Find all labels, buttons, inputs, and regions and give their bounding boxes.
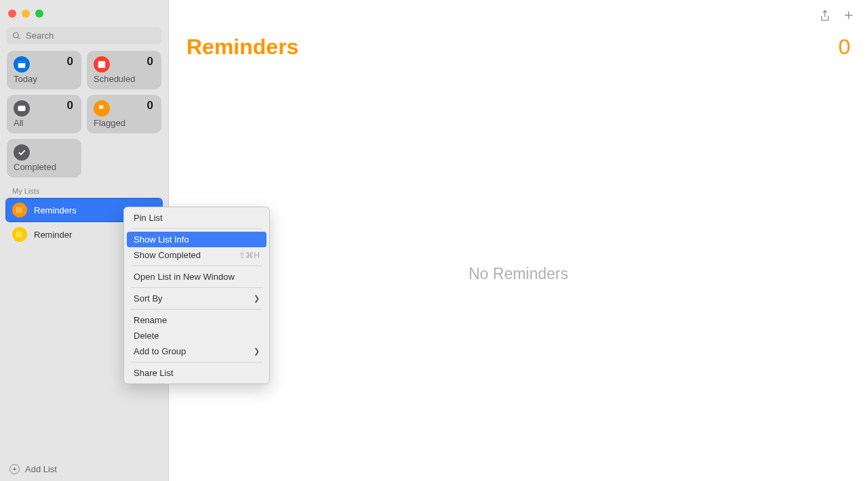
svg-point-10 — [17, 210, 18, 211]
add-list-button[interactable]: + Add List — [0, 457, 168, 481]
list-icon — [12, 203, 27, 217]
empty-text: No Reminders — [469, 265, 568, 283]
search-container — [7, 27, 161, 44]
svg-line-1 — [18, 37, 20, 39]
context-menu: Pin List Show List Info Show Completed ⇧… — [123, 207, 270, 384]
menu-separator — [131, 309, 262, 310]
flagged-count: 0 — [147, 99, 153, 112]
flagged-label: Flagged — [94, 118, 155, 128]
smart-list-scheduled[interactable]: 0 Scheduled — [87, 51, 161, 89]
svg-point-9 — [17, 208, 18, 209]
content-header: Reminders 0 — [169, 22, 868, 66]
search-icon — [12, 31, 21, 40]
menu-share-list[interactable]: Share List — [127, 365, 267, 381]
menu-sort-by[interactable]: Sort By ❯ — [127, 291, 267, 306]
completed-label: Completed — [14, 162, 75, 172]
all-label: All — [14, 118, 75, 128]
plus-circle-icon: + — [9, 464, 20, 474]
smart-list-flagged[interactable]: 0 Flagged — [87, 95, 161, 133]
chevron-right-icon: ❯ — [254, 347, 260, 356]
list-item-label: Reminders — [34, 205, 77, 215]
maximize-button[interactable] — [35, 9, 43, 18]
search-input[interactable] — [7, 27, 161, 44]
smart-list-all[interactable]: 0 All — [7, 95, 81, 133]
main-content: Reminders 0 No Reminders — [169, 0, 868, 481]
today-count: 0 — [67, 55, 73, 68]
smart-list-completed[interactable]: Completed — [7, 139, 81, 177]
menu-delete[interactable]: Delete — [127, 328, 267, 343]
list-icon — [12, 227, 27, 242]
menu-separator — [131, 266, 262, 266]
smart-lists-grid: 0 Today 0 Scheduled 0 All 0 Flagged — [0, 51, 168, 177]
menu-show-completed[interactable]: Show Completed ⇧⌘H — [127, 247, 267, 263]
all-count: 0 — [67, 99, 73, 112]
menu-separator — [131, 362, 262, 362]
add-list-label: Add List — [25, 464, 57, 474]
svg-rect-5 — [18, 106, 25, 111]
page-count: 0 — [838, 35, 850, 60]
menu-show-list-info[interactable]: Show List Info — [127, 232, 267, 247]
scheduled-count: 0 — [147, 55, 153, 68]
menu-shortcut: ⇧⌘H — [239, 251, 260, 260]
menu-pin-list[interactable]: Pin List — [127, 210, 267, 226]
menu-separator — [131, 228, 262, 229]
list-item-label: Reminder — [34, 230, 72, 240]
page-title: Reminders — [186, 35, 298, 60]
minimize-button[interactable] — [22, 9, 30, 18]
share-button[interactable] — [819, 9, 831, 22]
svg-point-11 — [17, 212, 18, 213]
calendar-today-icon — [14, 56, 30, 72]
empty-state: No Reminders — [169, 66, 868, 481]
menu-add-to-group[interactable]: Add to Group ❯ — [127, 343, 267, 359]
checkmark-icon — [14, 144, 30, 161]
scheduled-label: Scheduled — [94, 74, 155, 84]
svg-rect-3 — [18, 61, 26, 63]
toolbar — [169, 0, 868, 22]
add-button[interactable] — [843, 9, 854, 22]
svg-point-16 — [17, 234, 18, 235]
smart-list-today[interactable]: 0 Today — [7, 51, 81, 89]
svg-point-0 — [14, 33, 19, 38]
calendar-icon — [94, 56, 110, 72]
svg-rect-4 — [98, 61, 106, 68]
close-button[interactable] — [8, 9, 16, 18]
svg-point-17 — [17, 236, 18, 237]
flag-icon — [94, 100, 110, 117]
window-controls — [0, 0, 168, 24]
menu-open-new-window[interactable]: Open List in New Window — [127, 269, 267, 285]
svg-point-15 — [17, 232, 18, 233]
my-lists-header: My Lists — [0, 177, 168, 198]
tray-icon — [14, 100, 30, 117]
today-label: Today — [14, 74, 75, 84]
chevron-right-icon: ❯ — [254, 294, 260, 303]
menu-separator — [131, 287, 262, 288]
menu-rename[interactable]: Rename — [127, 312, 267, 328]
